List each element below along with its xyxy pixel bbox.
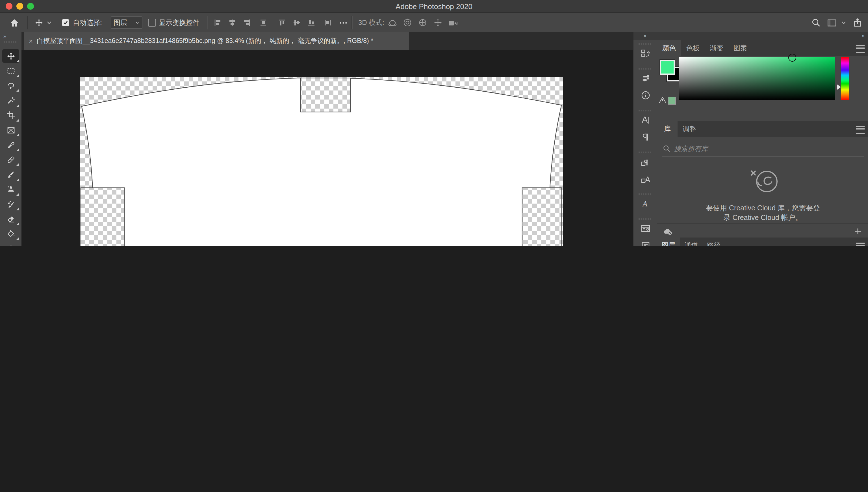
info-panel-icon[interactable] (638, 89, 653, 101)
hue-slider-arrow[interactable] (837, 84, 841, 90)
3d-orbit-icon[interactable] (388, 13, 397, 32)
toolbar-grip[interactable] (4, 41, 18, 43)
document-tab[interactable]: × 白模屋顶平面图__3431ea6e2747a8b2831af14865f9b… (24, 32, 409, 50)
dock-group-grip[interactable] (638, 193, 652, 195)
history-brush-tool[interactable] (2, 197, 19, 211)
color-field[interactable] (679, 57, 835, 100)
library-search-input[interactable]: 搜索所有库 (674, 144, 708, 154)
character-panel-icon[interactable] (638, 114, 653, 126)
paint-bucket-tool[interactable] (2, 227, 19, 241)
document-tab-title: 白模屋顶平面图__3431ea6e2747a8b2831af14865f9b5b… (37, 37, 373, 45)
close-tab-icon[interactable]: × (29, 37, 33, 45)
add-library-icon[interactable] (854, 227, 862, 235)
tab-layers[interactable]: 图层 (657, 238, 680, 246)
auto-select-dropdown[interactable]: 图层 (111, 13, 142, 32)
distribute-h-icon[interactable] (259, 13, 267, 32)
magic-wand-tool[interactable] (2, 94, 19, 107)
dock-group: A (633, 191, 657, 216)
character-styles-panel-icon[interactable] (638, 172, 653, 185)
lasso-tool[interactable] (2, 79, 19, 93)
dock-group-grip[interactable] (638, 152, 652, 153)
layer-comps-panel-icon[interactable] (638, 72, 653, 84)
frame-tool[interactable] (2, 123, 19, 137)
align-left-icon[interactable] (214, 13, 221, 32)
move-tool[interactable] (2, 49, 19, 63)
canvas-pasteboard[interactable] (22, 50, 633, 246)
collapsed-panel-dock: «A (633, 32, 657, 246)
marquee-tool[interactable] (2, 64, 19, 77)
color-field-cursor[interactable] (788, 54, 796, 62)
align-top-icon[interactable] (278, 13, 286, 32)
paragraph-panel-icon[interactable] (638, 131, 653, 143)
panels-top-strip: » (657, 32, 868, 41)
share-icon[interactable] (853, 13, 862, 32)
history-panel-icon[interactable] (638, 47, 653, 59)
color-panel-menu-icon[interactable] (856, 45, 865, 53)
hue-slider[interactable] (841, 57, 849, 100)
3d-pan-icon[interactable] (418, 13, 427, 32)
flyout-indicator (17, 134, 19, 136)
home-icon[interactable] (9, 13, 19, 32)
glyphs-panel-icon[interactable] (638, 155, 653, 168)
3d-camera-icon[interactable] (448, 13, 458, 32)
3d-roll-icon[interactable] (403, 13, 412, 32)
dock-group-grip[interactable] (638, 68, 652, 70)
brush-tool[interactable] (2, 168, 19, 181)
move-tool-icon[interactable] (35, 13, 43, 32)
healing-brush-tool[interactable] (2, 153, 19, 167)
flyout-indicator (17, 119, 19, 122)
flyout-indicator (17, 75, 19, 77)
tab-paths[interactable]: 路径 (703, 238, 725, 246)
tab-channels[interactable]: 通道 (680, 238, 703, 246)
align-middle-v-icon[interactable] (293, 13, 300, 32)
tab-gradients[interactable]: 渐变 (705, 40, 729, 56)
align-right-icon[interactable] (243, 13, 251, 32)
color-foreground-swatch[interactable] (660, 60, 675, 75)
gamut-swatch[interactable] (668, 97, 676, 105)
dock-collapse-icon[interactable]: « (633, 32, 657, 41)
show-transform-checkbox[interactable] (148, 13, 156, 32)
distribute-v-icon[interactable] (324, 13, 332, 32)
3d-slide-icon[interactable] (433, 13, 443, 32)
tab-swatches[interactable]: 色板 (681, 40, 705, 56)
canvas[interactable] (80, 77, 563, 246)
search-icon[interactable] (812, 13, 820, 32)
align-centers-h-icon[interactable] (228, 13, 236, 32)
dock-group-grip[interactable] (638, 43, 652, 45)
dock-group-grip[interactable] (638, 218, 652, 220)
options-separator (207, 16, 208, 29)
panels-collapse-icon[interactable]: » (862, 33, 865, 39)
toolbar-collapse-icon[interactable]: » (3, 33, 7, 39)
clone-stamp-tool[interactable] (2, 183, 19, 196)
library-divider (657, 157, 868, 157)
workspace-icon[interactable] (827, 13, 837, 32)
move-options-chevron-icon[interactable] (46, 13, 52, 32)
tab-color[interactable]: 颜色 (657, 40, 681, 56)
blur-tool[interactable] (2, 242, 19, 246)
library-panel-menu-icon[interactable] (856, 126, 865, 134)
tab-adjustments[interactable]: 调整 (678, 121, 701, 137)
dock-group-grip[interactable] (638, 110, 652, 112)
options-separator (27, 16, 28, 29)
eyedropper-tool[interactable] (2, 138, 19, 152)
properties-panel-icon[interactable] (638, 222, 653, 235)
library-panel-tabs: 库调整 (657, 121, 868, 137)
layers-panel-menu-icon[interactable] (856, 243, 865, 246)
tab-libraries[interactable]: 库 (657, 121, 678, 137)
notes-panel-icon[interactable] (638, 239, 653, 246)
crop-tool[interactable] (2, 108, 19, 122)
align-bottom-icon[interactable] (308, 13, 315, 32)
more-options-icon[interactable] (339, 13, 347, 32)
eraser-tool[interactable] (2, 212, 19, 226)
tool-palette: » (0, 32, 22, 246)
flyout-indicator (17, 90, 19, 92)
auto-select-checkbox[interactable] (62, 13, 69, 32)
library-message-line2: 录 Creative Cloud 帐户。 (657, 213, 868, 223)
tab-patterns[interactable]: 图案 (729, 40, 752, 56)
flyout-indicator (17, 223, 19, 225)
paragraph-styles-panel-icon[interactable]: A (638, 197, 653, 210)
document-area: × 白模屋顶平面图__3431ea6e2747a8b2831af14865f9b… (22, 32, 633, 246)
gamut-warning-icon[interactable] (659, 97, 666, 103)
cloud-status-icon[interactable] (663, 227, 673, 235)
workspace-chevron-icon[interactable] (841, 13, 846, 32)
